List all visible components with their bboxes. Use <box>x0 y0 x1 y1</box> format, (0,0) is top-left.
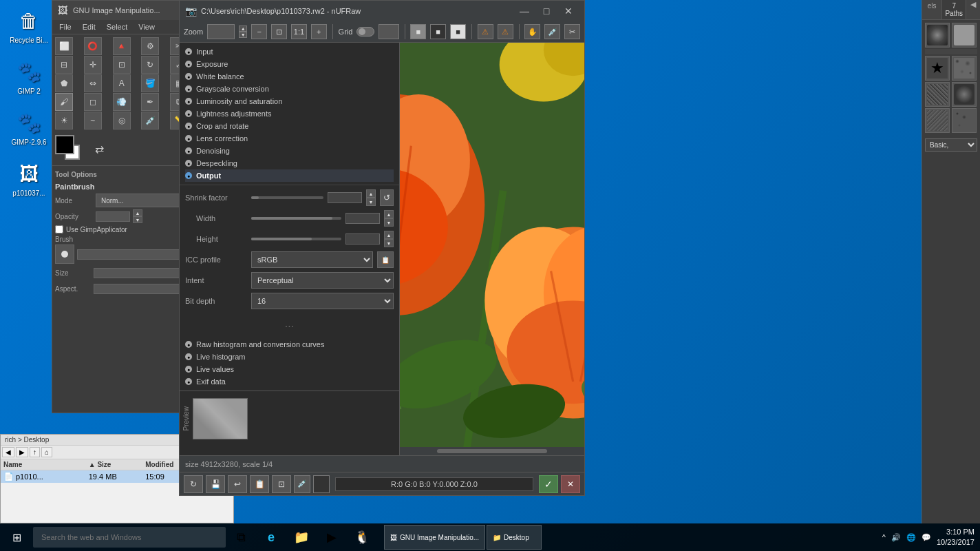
desktop-icon-gimp296[interactable]: 🐾 GIMP-2.9.6 <box>7 109 51 146</box>
desktop-icon-recycle-bin[interactable]: 🗑 Recycle Bi... <box>7 7 51 44</box>
width-value-input[interactable]: 4912 <box>345 213 380 224</box>
tool-perspective[interactable]: ⬟ <box>55 74 73 92</box>
overexp-warn-btn[interactable]: ⚠ <box>478 24 493 39</box>
width-down-btn[interactable]: ▼ <box>384 218 394 227</box>
intent-select[interactable]: Perceptual <box>251 272 394 289</box>
tool-convolve[interactable]: ◎ <box>113 112 131 129</box>
icc-copy-btn[interactable]: 📋 <box>377 251 394 268</box>
col-size[interactable]: ▲ Size <box>89 461 146 468</box>
zoom-up-btn[interactable]: ▲ <box>239 25 247 32</box>
desktop-icon-gimp[interactable]: 🐾 GIMP 2 <box>7 58 51 95</box>
gimp-menu-edit[interactable]: Edit <box>78 21 100 32</box>
section-lightness[interactable]: ● Lightness adjustments <box>185 107 394 120</box>
nufraw-close-btn[interactable]: ✕ <box>558 4 579 18</box>
nufraw-ok-btn[interactable]: ✓ <box>539 475 558 493</box>
tool-align[interactable]: ⊟ <box>55 56 73 74</box>
height-down-btn[interactable]: ▼ <box>384 239 394 247</box>
nufraw-minimize-btn[interactable]: — <box>514 4 535 18</box>
tool-lasso[interactable]: 🔺 <box>113 37 131 55</box>
foreground-color[interactable] <box>55 135 74 154</box>
tool-eraser[interactable]: ◻ <box>84 93 102 111</box>
notifications-icon[interactable]: 💬 <box>922 533 931 542</box>
fb-forward-btn[interactable]: ▶ <box>16 447 28 457</box>
brush-item-2[interactable]: ★ <box>925 56 950 81</box>
zoom-down-btn[interactable]: ▼ <box>239 32 247 38</box>
shrink-down-btn[interactable]: ▼ <box>366 198 376 206</box>
brush-item-6[interactable] <box>925 108 950 133</box>
section-exposure[interactable]: ● Exposure <box>185 58 394 70</box>
brush-item-4[interactable] <box>925 82 950 107</box>
bottom-refresh-btn[interactable]: ↻ <box>184 475 203 493</box>
taskbar-gimp-window-item[interactable]: 🖼 GNU Image Manipulatio... <box>384 525 485 550</box>
display-mode-light-btn[interactable]: ■ <box>450 24 466 39</box>
brush-item-0[interactable] <box>925 23 950 48</box>
system-tray-expand[interactable]: ^ <box>882 533 886 541</box>
desktop-icon-image-file[interactable]: 🖼 p101037... <box>7 160 51 197</box>
taskbar-media-btn[interactable]: ▶ <box>317 523 347 551</box>
use-gimp-applicator-checkbox[interactable] <box>55 225 63 233</box>
panel-collapse-btn[interactable]: ◀ <box>966 0 980 9</box>
tool-paintbrush[interactable]: 🖌 <box>55 93 73 111</box>
tab-paths[interactable]: 7 Paths <box>942 0 966 19</box>
zoom-input[interactable]: 25 <box>207 24 235 39</box>
taskbar-edge-btn[interactable]: e <box>256 523 286 551</box>
tool-ink[interactable]: ✒ <box>141 93 159 111</box>
fb-home-btn[interactable]: ⌂ <box>41 447 52 457</box>
width-up-btn[interactable]: ▲ <box>384 210 394 218</box>
size-input[interactable]: 20.00 <box>94 268 187 278</box>
fb-up-btn[interactable]: ↑ <box>30 447 40 457</box>
section-crop[interactable]: ● Crop and rotate <box>185 120 394 132</box>
eyedropper-btn[interactable]: 💉 <box>544 24 560 39</box>
section-despeckling[interactable]: ● Despeckling <box>185 157 394 169</box>
section-input[interactable]: ● Input <box>185 45 394 58</box>
taskbar-explorer-btn[interactable]: 📁 <box>286 523 317 551</box>
zoom-100-btn[interactable]: 1:1 <box>291 24 307 39</box>
height-value-input[interactable]: 3280 <box>345 233 380 245</box>
taskbar-start-button[interactable]: ⊞ <box>0 523 33 551</box>
gimp-menu-select[interactable]: Select <box>103 21 132 32</box>
section-lens[interactable]: ● Lens correction <box>185 132 394 145</box>
pan-btn[interactable]: ✋ <box>524 24 540 39</box>
underexp-warn-btn[interactable]: ⚠ <box>498 24 513 39</box>
brush-item-1[interactable] <box>952 23 977 48</box>
section-luminosity[interactable]: ● Luminosity and saturation <box>185 95 394 107</box>
section-grayscale[interactable]: ● Grayscale conversion <box>185 83 394 95</box>
tool-airbrush[interactable]: 💨 <box>113 93 131 111</box>
extra-section-live-histogram[interactable]: ● Live histogram <box>185 351 394 363</box>
bottom-undo-btn[interactable]: ↩ <box>228 475 247 493</box>
tab-layers[interactable]: els <box>922 0 942 19</box>
shrink-up-btn[interactable]: ▲ <box>366 189 376 198</box>
bottom-copy-btn[interactable]: 📋 <box>250 475 269 493</box>
extra-section-histogram-curves[interactable]: ● Raw histogram and conversion curves <box>185 338 394 351</box>
opacity-up-btn[interactable]: ▲ <box>133 209 142 216</box>
network-icon[interactable]: 🌐 <box>906 533 916 542</box>
bottom-save-btn[interactable]: 💾 <box>206 475 225 493</box>
gimp-menu-file[interactable]: File <box>55 21 76 32</box>
display-mode-dark-btn[interactable]: ■ <box>430 24 446 39</box>
taskbar-search-input[interactable] <box>33 527 226 548</box>
taskbar-desktop-window-item[interactable]: 📁 Desktop <box>487 525 542 550</box>
tool-crop[interactable]: ⊡ <box>113 56 131 74</box>
brush-item-3[interactable] <box>952 56 977 81</box>
tool-fuzzy-select[interactable]: ⚙ <box>141 37 159 55</box>
nufraw-image-area[interactable] <box>400 43 584 455</box>
section-output[interactable]: ● Output <box>185 169 394 182</box>
tool-color-picker[interactable]: 💉 <box>141 112 159 129</box>
height-up-btn[interactable]: ▲ <box>384 231 394 239</box>
zoom-out-btn[interactable]: − <box>251 24 267 39</box>
eyedropper-bottom-btn[interactable]: 💉 <box>294 475 310 493</box>
brush-item-7[interactable] <box>952 108 977 133</box>
extra-section-exif[interactable]: ● Exif data <box>185 375 394 388</box>
nufraw-cancel-btn[interactable]: ✕ <box>561 475 580 493</box>
taskbar-task-view[interactable]: ⧉ <box>226 523 256 551</box>
shrink-value-input[interactable]: 1.000 <box>328 192 362 203</box>
bit-depth-select[interactable]: 16 <box>251 293 394 309</box>
extra-section-live-values[interactable]: ● Live values <box>185 363 394 375</box>
brush-item-5[interactable] <box>952 82 977 107</box>
tool-smudge[interactable]: ~ <box>84 112 102 129</box>
display-mode-solid-btn[interactable]: ■ <box>410 24 426 39</box>
shrink-reset-btn[interactable]: ↺ <box>380 189 394 206</box>
tool-rect-select[interactable]: ⬜ <box>55 37 73 55</box>
zoom-in-btn[interactable]: + <box>311 24 327 39</box>
taskbar-gimp-btn[interactable]: 🐧 <box>347 523 377 551</box>
